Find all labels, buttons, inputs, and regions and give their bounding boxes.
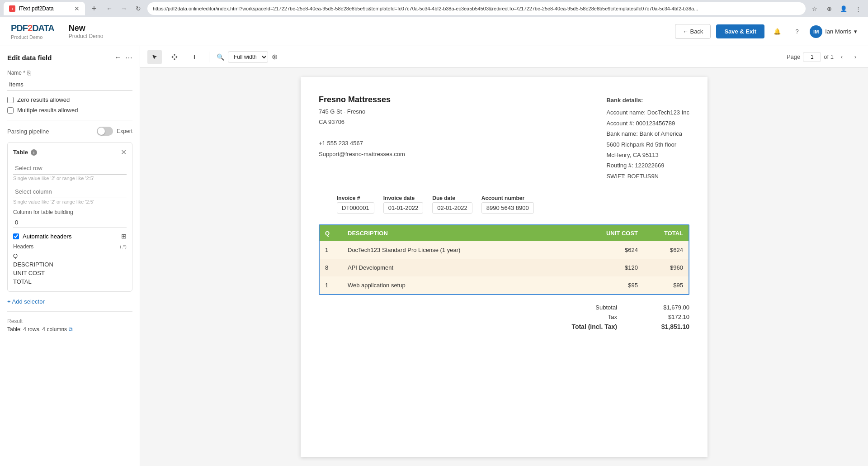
company-info: Fresno Mattresses 745 G St - Fresno CA 9… bbox=[319, 95, 405, 181]
search-icon[interactable]: 🔍 bbox=[217, 53, 224, 61]
pdf-toolbar: I 🔍 Full width 50% 75% 100% 125% ⊕ Page … bbox=[140, 46, 868, 68]
bookmark-btn[interactable]: ☆ bbox=[808, 2, 821, 15]
select-column-input[interactable] bbox=[13, 185, 127, 198]
grand-total-row: Total (incl. Tax) $1,851.10 bbox=[563, 323, 689, 330]
browser-chrome: i iText pdf2Data ✕ + ← → ↻ https://pdf2d… bbox=[0, 0, 868, 17]
multiple-results-group: Multiple results allowed bbox=[7, 107, 132, 114]
table-row: 1 DocTech123 Standard Pro License (1 yea… bbox=[320, 241, 689, 259]
next-page-btn[interactable]: › bbox=[850, 52, 861, 62]
user-name: Ian Morris bbox=[825, 28, 851, 35]
cell-q: 8 bbox=[320, 259, 342, 276]
page-number-input[interactable] bbox=[803, 52, 821, 62]
auto-headers-row: Automatic headers ⊞ bbox=[13, 233, 127, 240]
copy-icon[interactable]: ⎘ bbox=[27, 69, 31, 76]
invoice-meta: Invoice # DT000001 Invoice date 01-01-20… bbox=[337, 195, 689, 214]
headers-badge: (.*) bbox=[120, 244, 127, 249]
header-item: UNIT COST bbox=[13, 269, 127, 277]
auto-headers-checkbox[interactable] bbox=[13, 233, 19, 239]
bank-details: Bank details: Account name: DocTech123 I… bbox=[606, 95, 689, 181]
pdf-page: Fresno Mattresses 745 G St - Fresno CA 9… bbox=[301, 77, 708, 457]
zoom-select[interactable]: Full width 50% 75% 100% 125% bbox=[228, 51, 268, 63]
header-item: TOTAL bbox=[13, 277, 127, 286]
select-column-group: Single value like '2' or range like '2:5… bbox=[13, 185, 127, 204]
select-tool-btn[interactable] bbox=[147, 50, 162, 64]
headers-title: Headers (.*) bbox=[13, 243, 127, 250]
cell-total: $960 bbox=[643, 259, 689, 276]
table-header-row: Q DESCRIPTION UNIT COST TOTAL bbox=[320, 225, 689, 241]
header-items-container: QDESCRIPTIONUNIT COSTTOTAL bbox=[13, 252, 127, 286]
table-info-icon[interactable]: i bbox=[31, 149, 37, 156]
extension-btn[interactable]: ⊕ bbox=[823, 2, 835, 15]
multiple-results-checkbox[interactable] bbox=[7, 107, 14, 114]
result-section: Result Table: 4 rows, 4 columns ⧉ bbox=[7, 318, 132, 333]
zero-results-label: Zero results allowed bbox=[17, 96, 70, 103]
page-label: Page bbox=[787, 53, 800, 60]
col-unit-cost: UNIT COST bbox=[589, 225, 643, 241]
zoom-in-icon[interactable]: ⊕ bbox=[272, 52, 278, 61]
address-bar[interactable]: https://pdf2data.online/editor/index.htm… bbox=[147, 2, 806, 15]
name-input[interactable] bbox=[7, 78, 132, 91]
select-row-group: Single value like '2' or range like '2:5… bbox=[13, 162, 127, 181]
col-build-value: 0 bbox=[13, 217, 127, 228]
table-section-header: Table i ✕ bbox=[13, 148, 127, 157]
forward-nav-btn[interactable]: → bbox=[118, 2, 130, 15]
result-link-icon[interactable]: ⧉ bbox=[69, 326, 73, 333]
multiple-results-label: Multiple results allowed bbox=[17, 107, 78, 114]
zero-results-group: Zero results allowed bbox=[7, 96, 132, 103]
auto-headers-left: Automatic headers bbox=[13, 233, 71, 240]
expert-label: Expert bbox=[117, 128, 132, 134]
browser-tab[interactable]: i iText pdf2Data ✕ bbox=[4, 2, 85, 15]
pan-tool-btn[interactable] bbox=[167, 50, 182, 64]
toggle-area: Expert bbox=[97, 127, 132, 136]
help-btn[interactable]: ? bbox=[790, 24, 804, 39]
add-selector-btn[interactable]: + Add selector bbox=[7, 298, 132, 305]
cell-q: 1 bbox=[320, 276, 342, 294]
user-avatar: IM bbox=[810, 25, 822, 38]
name-label: Name * ⎘ bbox=[7, 69, 132, 76]
header-item: DESCRIPTION bbox=[13, 260, 127, 269]
grid-icon[interactable]: ⊞ bbox=[121, 233, 127, 240]
select-row-input[interactable] bbox=[13, 162, 127, 175]
notification-btn[interactable]: 🔔 bbox=[770, 24, 784, 39]
col-q: Q bbox=[320, 225, 342, 241]
menu-btn[interactable]: ⋮ bbox=[852, 2, 864, 15]
zero-results-checkbox[interactable] bbox=[7, 97, 14, 103]
invoice-header: Fresno Mattresses 745 G St - Fresno CA 9… bbox=[319, 95, 689, 181]
save-exit-button[interactable]: Save & Exit bbox=[716, 24, 764, 38]
cell-total: $624 bbox=[643, 241, 689, 259]
cell-unit-cost: $624 bbox=[589, 241, 643, 259]
subtotal-row: Subtotal $1,679.00 bbox=[563, 304, 689, 311]
back-nav-btn[interactable]: ← bbox=[103, 2, 116, 15]
col-build-label: Column for table building bbox=[13, 209, 127, 215]
section-divider-2 bbox=[7, 311, 132, 312]
header-title: New Product Demo bbox=[69, 24, 668, 39]
browser-controls: ← → ↻ bbox=[103, 2, 145, 15]
result-value: Table: 4 rows, 4 columns ⧉ bbox=[7, 326, 132, 333]
user-menu[interactable]: IM Ian Morris ▾ bbox=[810, 25, 857, 38]
invoice-date-field: Invoice date 01-01-2022 bbox=[383, 195, 424, 214]
profile-btn[interactable]: 👤 bbox=[837, 2, 850, 15]
expert-toggle[interactable] bbox=[97, 127, 113, 136]
header-actions: ← Back Save & Exit 🔔 ? IM Ian Morris ▾ bbox=[675, 24, 857, 39]
prev-page-btn[interactable]: ‹ bbox=[836, 52, 847, 62]
tab-close-btn[interactable]: ✕ bbox=[74, 5, 80, 12]
table-close-btn[interactable]: ✕ bbox=[121, 148, 127, 157]
cell-description: Web application setup bbox=[342, 276, 589, 294]
user-dropdown-icon: ▾ bbox=[854, 28, 857, 35]
panel-header-actions: ← ⋯ bbox=[114, 53, 132, 62]
toggle-knob bbox=[98, 128, 105, 135]
page-title: New bbox=[69, 24, 668, 33]
page-subtitle: Product Demo bbox=[69, 33, 668, 39]
back-button[interactable]: ← Back bbox=[675, 24, 711, 39]
cell-unit-cost: $95 bbox=[589, 276, 643, 294]
logo-area: PDF2DATA Product Demo bbox=[11, 23, 54, 40]
new-tab-btn[interactable]: + bbox=[88, 2, 100, 15]
refresh-nav-btn[interactable]: ↻ bbox=[132, 2, 145, 15]
panel-back-icon[interactable]: ← bbox=[114, 53, 122, 62]
cell-q: 1 bbox=[320, 241, 342, 259]
panel-more-icon[interactable]: ⋯ bbox=[125, 53, 132, 62]
cell-description: API Development bbox=[342, 259, 589, 276]
text-tool-btn[interactable]: I bbox=[187, 50, 202, 64]
invoice-totals: Subtotal $1,679.00 Tax $172.10 Total (in… bbox=[319, 304, 689, 330]
invoice-tbody: 1 DocTech123 Standard Pro License (1 yea… bbox=[320, 241, 689, 294]
